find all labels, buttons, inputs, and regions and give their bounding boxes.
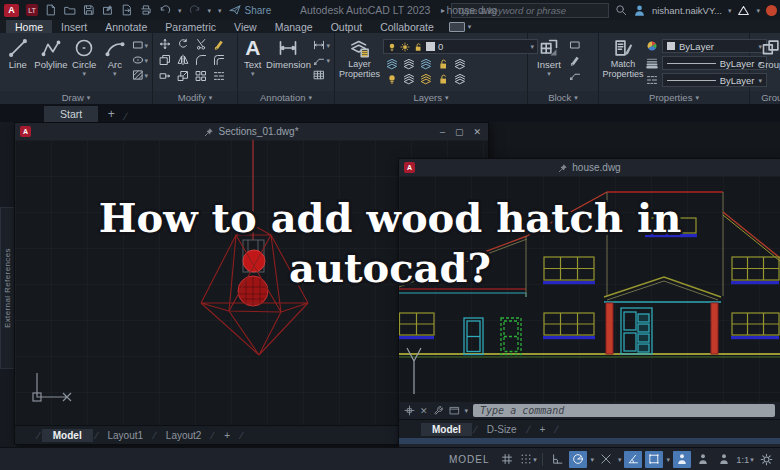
hatch-tool[interactable]: ▾ (132, 69, 149, 81)
layer-prev-icon[interactable] (420, 73, 432, 85)
house-window-titlebar[interactable]: A house.dwg (399, 159, 780, 176)
command-input[interactable] (473, 404, 775, 417)
mirror-tool-icon[interactable] (177, 54, 189, 66)
maximize-button[interactable]: ▢ (455, 127, 464, 137)
erase-tool-icon[interactable] (213, 38, 225, 50)
layer-freeze-icon[interactable] (420, 58, 432, 70)
object-snap-tracking-toggle[interactable] (597, 451, 615, 468)
trim-tool-icon[interactable] (195, 38, 207, 50)
edit-attributes-tool[interactable] (569, 54, 581, 66)
tab-insert[interactable]: Insert (52, 20, 96, 33)
circle-tool[interactable]: Circle ▾ (71, 36, 99, 77)
tab-manage[interactable]: Manage (266, 20, 322, 33)
create-block-tool[interactable] (569, 39, 581, 51)
block-panel-label[interactable]: Block▾ (528, 91, 598, 104)
explode-tool-icon[interactable] (213, 70, 225, 82)
save-icon[interactable] (83, 4, 95, 16)
signed-in-user[interactable]: nishant.naikVY... (652, 5, 722, 16)
app-logo-icon[interactable]: A (4, 4, 19, 17)
annotation-scale-value[interactable]: 1:1▾ (736, 451, 754, 468)
dynamic-input-toggle[interactable] (548, 451, 566, 468)
linetype-icon[interactable] (646, 74, 658, 86)
sections-tab-layout1[interactable]: Layout1 (99, 429, 151, 442)
layer-off-icon[interactable] (454, 58, 466, 70)
tab-parametric[interactable]: Parametric (156, 20, 225, 33)
arc-caret-icon[interactable]: ▾ (113, 70, 117, 77)
rotate-tool-icon[interactable] (177, 38, 189, 50)
text-caret-icon[interactable]: ▾ (251, 70, 255, 77)
copy-tool-icon[interactable] (159, 54, 171, 66)
search-icon[interactable] (615, 4, 627, 16)
undo-icon[interactable] (159, 4, 171, 16)
polar-tracking-toggle[interactable] (569, 451, 587, 468)
text-tool[interactable]: A Text ▾ (242, 36, 263, 77)
ribbon-display-toggle[interactable]: ▾ (449, 20, 472, 33)
otrack-caret-icon[interactable]: ▾ (618, 456, 622, 463)
ellipse-tool[interactable]: ▾ (132, 54, 149, 66)
group-tool[interactable]: Group (754, 36, 780, 70)
rectangle-tool[interactable]: ▾ (132, 39, 149, 51)
annotation-visibility-toggle[interactable] (673, 451, 691, 468)
layer-state-icon[interactable] (454, 73, 466, 85)
sections-window-titlebar[interactable]: A Sections_01.dwg* – ▢ ✕ (15, 123, 488, 140)
layer-bulb-tool-icon[interactable] (386, 73, 398, 85)
sections-tab-model[interactable]: Model (42, 429, 93, 442)
export-icon[interactable] (121, 4, 133, 16)
new-drawing-tab-button[interactable]: + (98, 106, 124, 122)
annotation-panel-label[interactable]: Annotation▾ (238, 91, 334, 104)
dim-style-tool[interactable]: ▾ (313, 39, 330, 51)
circle-caret-icon[interactable]: ▾ (82, 70, 86, 77)
customization-gear-button[interactable] (757, 451, 775, 468)
tab-output[interactable]: Output (322, 20, 372, 33)
layer-lock-icon[interactable] (437, 58, 449, 70)
annotation-autoscale-toggle[interactable] (694, 451, 712, 468)
house-model-canvas[interactable] (399, 176, 780, 402)
offset-tool-icon[interactable] (213, 54, 225, 66)
layer-match-icon[interactable] (403, 73, 415, 85)
redo-icon[interactable] (189, 4, 201, 16)
tab-home[interactable]: Home (6, 20, 52, 33)
dimension-tool[interactable]: Dimension (266, 36, 310, 70)
fillet-tool-icon[interactable] (195, 54, 207, 66)
model-space-indicator[interactable]: MODEL (449, 454, 490, 465)
external-references-palette-tab[interactable]: External References (0, 207, 15, 369)
sections-tab-layout2[interactable]: Layout2 (158, 429, 210, 442)
annotation-scale-icon[interactable] (715, 451, 733, 468)
layer-isolate-icon[interactable] (386, 58, 398, 70)
move-tool-icon[interactable] (159, 38, 171, 50)
redo-caret-icon[interactable]: ▾ (208, 7, 212, 14)
tab-annotate[interactable]: Annotate (96, 20, 156, 33)
user-menu-caret-icon[interactable]: ▾ (728, 7, 732, 14)
house-new-layout-button[interactable]: + (531, 423, 553, 436)
polar-caret-icon[interactable]: ▾ (590, 456, 594, 463)
grid-toggle[interactable] (498, 451, 516, 468)
user-avatar-icon[interactable] (633, 4, 646, 17)
command-customize-wrench-icon[interactable] (433, 405, 444, 416)
autodesk-logo-icon[interactable] (737, 4, 750, 17)
house-tab-dsize[interactable]: D-Size (479, 423, 525, 436)
start-tab[interactable]: Start (44, 106, 98, 122)
define-attributes-tool[interactable] (569, 69, 581, 81)
stretch-tool-icon[interactable] (159, 70, 171, 82)
minimize-button[interactable]: – (440, 127, 445, 137)
command-grip-icon[interactable] (404, 405, 415, 416)
layer-unisolate-icon[interactable] (403, 58, 415, 70)
command-close-icon[interactable]: ✕ (420, 406, 428, 416)
close-button[interactable]: ✕ (473, 127, 481, 137)
modify-panel-label[interactable]: Modify▾ (153, 91, 237, 104)
print-icon[interactable] (140, 4, 152, 16)
undo-caret-icon[interactable]: ▾ (178, 7, 182, 14)
snap-toggle[interactable]: ▾ (519, 451, 537, 468)
table-tool[interactable] (313, 69, 330, 81)
layer-properties-tool[interactable]: Layer Properties (339, 36, 380, 80)
layer-dropdown[interactable]: 0 ▾ (383, 39, 538, 54)
scale-tool-icon[interactable] (177, 70, 189, 82)
arc-tool[interactable]: Arc ▾ (101, 36, 129, 77)
osnap-caret-icon[interactable]: ▾ (666, 456, 670, 463)
tab-view[interactable]: View (225, 20, 266, 33)
polyline-tool[interactable]: Polyline (35, 36, 68, 70)
tab-collaborate[interactable]: Collaborate (371, 20, 443, 33)
properties-panel-label[interactable]: Properties▾ (599, 91, 749, 104)
layer-unlock-tool-icon[interactable] (437, 73, 449, 85)
insert-caret-icon[interactable]: ▾ (547, 70, 551, 77)
